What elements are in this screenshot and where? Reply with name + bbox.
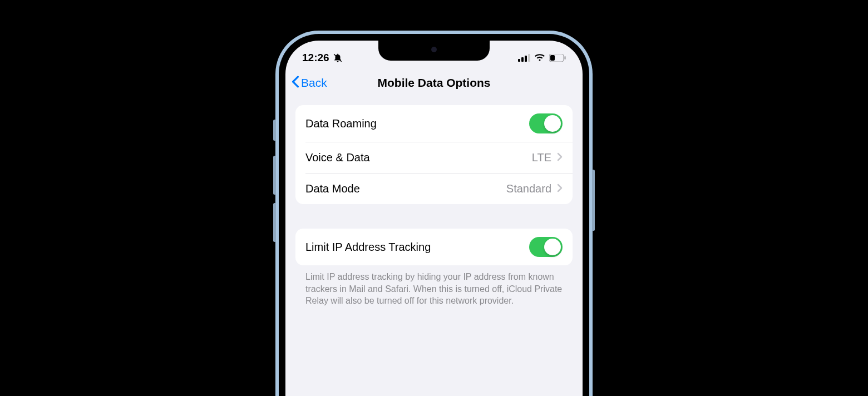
voice-and-data-label: Voice & Data — [305, 151, 370, 164]
limit-ip-row[interactable]: Limit IP Address Tracking — [295, 229, 573, 265]
data-roaming-toggle[interactable] — [529, 113, 563, 133]
volume-down-button — [273, 203, 276, 242]
chevron-left-icon — [291, 76, 300, 91]
data-mode-row[interactable]: Data Mode Standard — [305, 173, 573, 204]
svg-rect-2 — [521, 57, 524, 62]
cellular-signal-icon — [518, 54, 530, 62]
back-button[interactable]: Back — [291, 76, 327, 91]
toggle-knob — [544, 239, 561, 255]
back-label: Back — [301, 76, 327, 90]
screen: 12:26 — [285, 41, 583, 396]
voice-and-data-value: LTE — [532, 151, 551, 164]
volume-up-button — [273, 156, 276, 195]
svg-rect-4 — [528, 54, 530, 62]
wifi-icon — [534, 54, 545, 62]
battery-icon — [549, 54, 566, 62]
voice-and-data-row[interactable]: Voice & Data LTE — [305, 142, 573, 173]
data-mode-value: Standard — [506, 182, 551, 195]
notch — [378, 41, 490, 61]
navigation-bar: Back Mobile Data Options — [285, 68, 583, 97]
limit-ip-footer: Limit IP address tracking by hiding your… — [295, 265, 573, 307]
chevron-right-icon — [557, 152, 563, 164]
page-title: Mobile Data Options — [377, 76, 490, 90]
status-time: 12:26 — [302, 52, 329, 64]
limit-ip-label: Limit IP Address Tracking — [305, 241, 431, 254]
settings-group-1: Data Roaming Voice & Data LTE — [295, 105, 573, 204]
data-roaming-row[interactable]: Data Roaming — [295, 105, 573, 142]
phone-frame: 12:26 — [275, 31, 593, 396]
svg-rect-1 — [518, 59, 520, 62]
svg-rect-6 — [550, 55, 555, 61]
svg-rect-7 — [565, 56, 566, 60]
svg-rect-3 — [525, 56, 527, 62]
chevron-right-icon — [557, 184, 563, 195]
settings-group-2: Limit IP Address Tracking — [295, 229, 573, 265]
limit-ip-toggle[interactable] — [529, 237, 563, 257]
mute-switch — [273, 120, 276, 141]
power-button — [592, 170, 595, 231]
data-mode-label: Data Mode — [305, 182, 360, 195]
data-roaming-label: Data Roaming — [305, 117, 377, 130]
toggle-knob — [544, 115, 561, 132]
silent-icon — [333, 53, 343, 63]
